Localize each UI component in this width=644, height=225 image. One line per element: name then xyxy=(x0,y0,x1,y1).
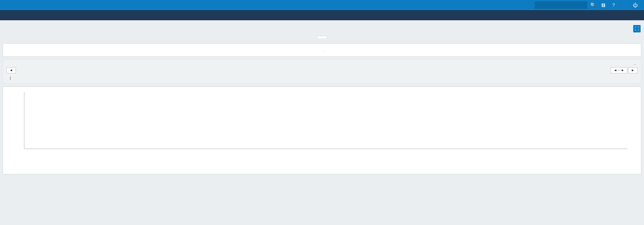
title-bar: ⛶ xyxy=(0,20,644,36)
filter-toggle[interactable] xyxy=(317,36,327,38)
scroll-right-button[interactable]: ► xyxy=(628,67,638,73)
graphtype-segmented xyxy=(324,51,324,51)
power-icon[interactable]: ⏻ xyxy=(630,2,641,8)
user-icon[interactable]: 👤 xyxy=(618,2,630,8)
scroll-left-button[interactable]: ◄ xyxy=(6,67,16,73)
help-icon[interactable]: ? xyxy=(609,2,618,8)
x-axis xyxy=(24,149,627,169)
search-input[interactable] xyxy=(535,1,587,9)
filter-panel xyxy=(3,43,641,57)
time-selector: - ◄ ◄┄┄► ► | xyxy=(3,59,641,84)
search-icon[interactable]: 🔍 xyxy=(587,2,599,8)
sub-nav xyxy=(0,10,644,20)
plot-area[interactable] xyxy=(24,92,627,149)
share-button[interactable]: Z xyxy=(599,3,609,7)
scroll-bar-button[interactable]: ◄┄┄► xyxy=(610,67,627,73)
fullscreen-button[interactable]: ⛶ xyxy=(633,25,641,32)
chart-panel xyxy=(3,86,641,174)
footer-text xyxy=(0,177,644,181)
y-axis xyxy=(10,92,24,149)
top-nav: 🔍 Z ? 👤 ⏻ xyxy=(0,0,644,10)
